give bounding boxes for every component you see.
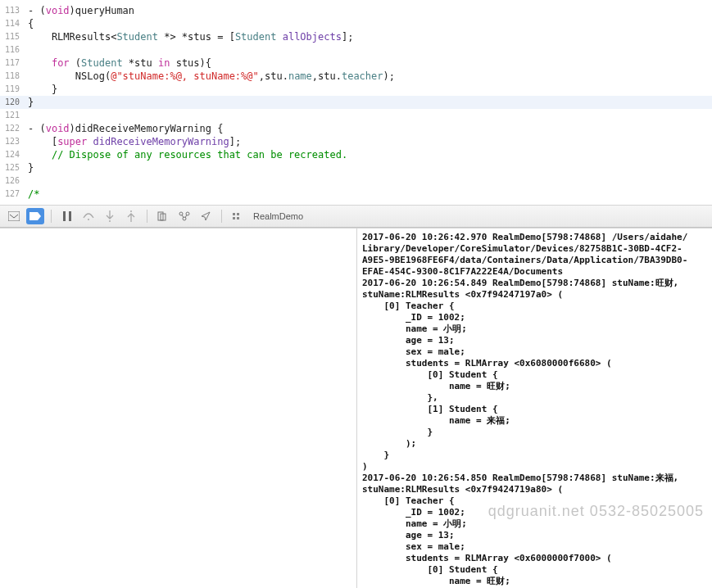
variables-pane[interactable] <box>0 228 357 588</box>
separator <box>147 210 147 223</box>
svg-rect-14 <box>237 217 239 219</box>
location-icon[interactable] <box>197 208 215 224</box>
svg-rect-1 <box>63 211 66 221</box>
breakpoint-icon[interactable] <box>26 208 44 224</box>
code-line[interactable]: // Dispose of any resources that can be … <box>23 148 712 161</box>
code-line[interactable]: { <box>23 17 712 30</box>
line-number: 116 <box>0 43 23 57</box>
code-line[interactable]: [super didReceiveMemoryWarning]; <box>23 135 712 148</box>
process-name[interactable]: RealmDemo <box>253 211 303 221</box>
debug-toolbar: RealmDemo <box>0 205 712 228</box>
svg-point-3 <box>88 219 89 220</box>
line-number: 119 <box>0 83 23 96</box>
code-area[interactable]: - (void)queryHuman{ RLMResults<Student *… <box>23 0 712 205</box>
code-line[interactable]: for (Student *stu in stus){ <box>23 57 712 70</box>
code-line[interactable]: - (void)didReceiveMemoryWarning { <box>23 122 712 135</box>
code-line[interactable] <box>23 43 712 57</box>
code-line[interactable]: } <box>23 161 712 174</box>
separator <box>51 210 52 223</box>
svg-rect-0 <box>8 211 20 221</box>
memory-graph-icon[interactable] <box>175 208 193 224</box>
svg-rect-12 <box>237 213 239 215</box>
line-number: 113 <box>0 4 23 17</box>
code-line[interactable]: - (void)queryHuman <box>23 4 712 17</box>
code-line[interactable]: /* <box>23 188 712 201</box>
svg-rect-2 <box>69 211 71 221</box>
svg-rect-11 <box>233 213 235 215</box>
line-number: 124 <box>0 148 23 161</box>
line-number: 120 <box>0 96 23 109</box>
line-number: 125 <box>0 161 23 174</box>
line-number: 126 <box>0 174 23 188</box>
step-over-icon[interactable] <box>79 208 98 224</box>
line-number: 121 <box>0 109 23 122</box>
svg-point-5 <box>130 210 132 212</box>
line-number: 117 <box>0 57 23 70</box>
separator <box>221 210 222 223</box>
code-line[interactable]: RLMResults<Student *> *stus = [Student a… <box>23 30 712 43</box>
debug-area: 2017-06-20 10:26:42.970 RealmDemo[5798:7… <box>0 228 712 588</box>
step-into-icon[interactable] <box>101 208 119 224</box>
line-gutter: 1131141151161171181191201211221231241251… <box>0 0 23 205</box>
toggle-console-icon[interactable] <box>5 208 23 224</box>
line-number: 122 <box>0 122 23 135</box>
svg-rect-13 <box>233 217 235 219</box>
code-editor[interactable]: 1131141151161171181191201211221231241251… <box>0 0 712 205</box>
line-number: 123 <box>0 135 23 148</box>
console-output: 2017-06-20 10:26:42.970 RealmDemo[5798:7… <box>357 228 712 588</box>
line-number: 127 <box>0 188 23 201</box>
process-icon[interactable] <box>229 208 247 224</box>
view-debug-icon[interactable] <box>154 208 172 224</box>
svg-point-4 <box>109 220 111 222</box>
line-number: 114 <box>0 17 23 30</box>
code-line[interactable] <box>23 174 712 188</box>
code-line[interactable]: } <box>23 96 712 109</box>
code-line[interactable]: NSLog(@"stuName:%@, stuName:%@",stu.name… <box>23 70 712 83</box>
console-pane[interactable]: 2017-06-20 10:26:42.970 RealmDemo[5798:7… <box>357 228 712 588</box>
code-line[interactable] <box>23 109 712 122</box>
code-line[interactable]: } <box>23 83 712 96</box>
line-number: 118 <box>0 70 23 83</box>
pause-icon[interactable] <box>58 208 76 224</box>
line-number: 115 <box>0 30 23 43</box>
step-out-icon[interactable] <box>122 208 140 224</box>
